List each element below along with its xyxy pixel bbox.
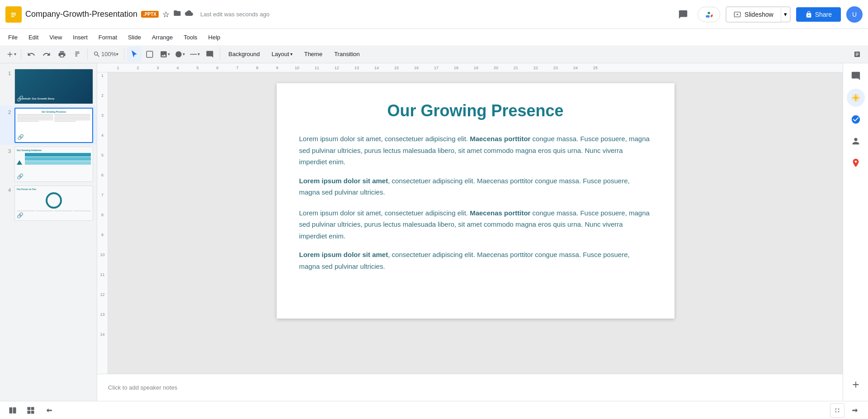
- redo-button[interactable]: [39, 47, 54, 62]
- top-right-actions: Slideshow ▾ Share U: [674, 5, 863, 24]
- top-bar: Company-Growth-Presentation .PPTX ☆ Last…: [0, 0, 868, 29]
- star-icon[interactable]: ☆: [162, 10, 170, 19]
- svg-rect-2: [11, 14, 16, 15]
- slide-number-1: 1: [4, 69, 11, 76]
- zoom-button[interactable]: 100% ▾: [90, 47, 121, 62]
- theme-button[interactable]: Theme: [299, 49, 328, 59]
- add-button[interactable]: ▾: [4, 47, 18, 62]
- right-sidebar: [843, 63, 868, 401]
- menu-insert[interactable]: Insert: [68, 32, 92, 43]
- slide-body: Lorem ipsum dolor sit amet, consectetuer…: [299, 133, 652, 272]
- svg-rect-20: [31, 410, 34, 414]
- slide-number-3: 3: [4, 147, 11, 154]
- app-logo[interactable]: [5, 6, 22, 23]
- slideshow-dropdown-button[interactable]: ▾: [781, 7, 790, 22]
- slide-4-thumb-title: Our Focus on You: [17, 188, 91, 190]
- slide-thumbnail-4[interactable]: Our Focus on You 🔗: [14, 186, 93, 221]
- menu-arrange[interactable]: Arrange: [147, 32, 177, 43]
- svg-marker-10: [736, 14, 738, 15]
- sep1: [21, 49, 21, 60]
- slide-3-link-icon: 🔗: [17, 173, 24, 180]
- comments-sidebar-button[interactable]: [847, 67, 865, 85]
- slide-canvas[interactable]: Our Growing Presence Lorem ipsum dolor s…: [277, 83, 675, 319]
- slide-thumbnail-2[interactable]: Our Growing Presence: [14, 108, 93, 143]
- slide-1-thumb-title: Townhall: Our Growth Story: [19, 97, 89, 100]
- menu-format[interactable]: Format: [94, 32, 122, 43]
- shapes-dropdown-button[interactable]: ▾: [173, 47, 187, 62]
- toolbar: ▾ 100% ▾ ▾ ▾ ▾: [0, 45, 868, 63]
- svg-rect-15: [9, 407, 13, 414]
- collapse-panel-left-button[interactable]: [42, 403, 56, 418]
- menu-file[interactable]: File: [4, 32, 22, 43]
- slide-item-3[interactable]: 3 Our Growing Initiatives 🔗: [0, 145, 97, 184]
- slide-paragraph-1b: Lorem ipsum dolor sit amet, consectetuer…: [299, 175, 652, 198]
- menu-view[interactable]: View: [45, 32, 66, 43]
- transition-button[interactable]: Transition: [329, 49, 365, 59]
- undo-button[interactable]: [24, 47, 38, 62]
- bottom-left: [5, 403, 56, 418]
- shape-button[interactable]: [142, 47, 157, 62]
- share-button[interactable]: Share: [796, 7, 841, 22]
- slide-editor[interactable]: Our Growing Presence Lorem ipsum dolor s…: [108, 72, 843, 374]
- sep2: [87, 49, 88, 60]
- speaker-notes-placeholder: Click to add speaker notes: [108, 384, 177, 391]
- comment-button[interactable]: [203, 47, 217, 62]
- menu-slide[interactable]: Slide: [123, 32, 146, 43]
- cloud-icon[interactable]: [185, 9, 193, 19]
- slide-item-1[interactable]: 1 Townhall: Our Growth Story 🔗: [0, 67, 97, 106]
- expand-button[interactable]: [830, 403, 844, 418]
- print-button[interactable]: [55, 47, 69, 62]
- cursor-button[interactable]: [127, 47, 142, 62]
- gemini-sidebar-button[interactable]: [847, 89, 865, 107]
- speaker-notes[interactable]: Click to add speaker notes: [97, 374, 843, 401]
- slideshow-container: Slideshow ▾: [726, 6, 791, 23]
- sep3: [124, 49, 124, 60]
- layout-button[interactable]: Layout ▾: [266, 49, 298, 59]
- slide-thumbnail-1[interactable]: Townhall: Our Growth Story 🔗: [14, 69, 93, 104]
- bold-text-1: Maecenas porttitor: [470, 135, 530, 143]
- slide-item-4[interactable]: 4 Our Focus on You 🔗: [0, 184, 97, 223]
- svg-rect-19: [28, 410, 31, 414]
- svg-rect-16: [13, 407, 16, 414]
- add-sidebar-button[interactable]: [847, 376, 865, 394]
- meet-button[interactable]: [698, 7, 720, 22]
- slide-thumbnail-3[interactable]: Our Growing Initiatives 🔗: [14, 147, 93, 182]
- sidebar-add-section: [847, 376, 865, 397]
- svg-rect-3: [11, 16, 14, 17]
- svg-point-12: [176, 51, 182, 57]
- collapse-panel-button[interactable]: [850, 47, 864, 62]
- svg-rect-1: [11, 13, 16, 14]
- menu-edit[interactable]: Edit: [24, 32, 43, 43]
- maps-sidebar-button[interactable]: [847, 154, 865, 172]
- menu-help[interactable]: Help: [204, 32, 225, 43]
- document-title[interactable]: Company-Growth-Presentation: [25, 10, 137, 19]
- slide-item-2[interactable]: 2 Our Growing Presence: [0, 106, 97, 145]
- svg-rect-11: [147, 51, 153, 57]
- slideshow-button[interactable]: Slideshow: [726, 7, 781, 22]
- bold-text-1b: Lorem ipsum dolor sit amet: [299, 177, 388, 185]
- line-button[interactable]: ▾: [188, 47, 202, 62]
- title-section: Company-Growth-Presentation .PPTX ☆ Last…: [25, 9, 670, 19]
- slide-2-thumb-title: Our Growing Presence: [17, 110, 90, 113]
- slide-title: Our Growing Presence: [299, 101, 652, 120]
- grid-view-button[interactable]: [24, 403, 38, 418]
- expand-panel-right-button[interactable]: [848, 403, 863, 418]
- main-area: 1 Townhall: Our Growth Story 🔗 2 Our Gro…: [0, 63, 868, 401]
- tasks-sidebar-button[interactable]: [847, 110, 865, 129]
- bottom-right: [830, 403, 863, 418]
- menu-tools[interactable]: Tools: [179, 32, 202, 43]
- paint-format-button[interactable]: [70, 47, 85, 62]
- chat-button[interactable]: [674, 5, 692, 24]
- sep4: [220, 49, 220, 60]
- slide-view-button[interactable]: [5, 403, 20, 418]
- canvas-area: 1 2 3 4 5 6 7 8 9 10 11 12 13 14 Our Gro…: [97, 72, 843, 374]
- bottom-bar: [0, 401, 868, 419]
- slide-panel: 1 Townhall: Our Growth Story 🔗 2 Our Gro…: [0, 63, 97, 401]
- image-button[interactable]: ▾: [158, 47, 172, 62]
- slide-number-4: 4: [4, 186, 11, 193]
- folder-icon[interactable]: [173, 9, 181, 19]
- slide-paragraph-2b: Lorem ipsum dolor sit amet, consectetuer…: [299, 249, 652, 272]
- user-avatar[interactable]: U: [846, 6, 863, 23]
- contacts-sidebar-button[interactable]: [847, 132, 865, 150]
- background-button[interactable]: Background: [223, 49, 265, 59]
